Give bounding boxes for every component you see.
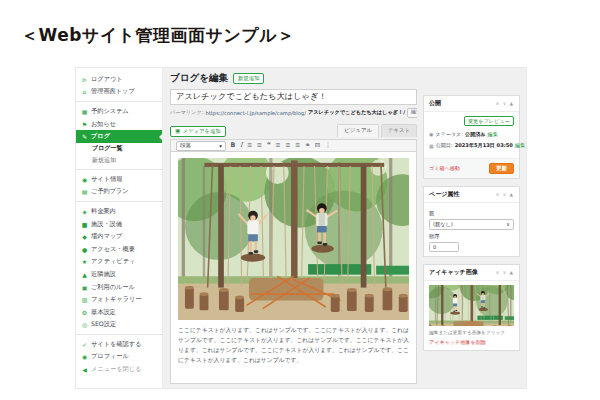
triangle-icon: ▲ [81, 271, 88, 278]
sidebar-item-view-site[interactable]: ✓ サイトを確認する [76, 338, 162, 351]
sidebar-item-blog[interactable]: ✎ ブログ [76, 130, 162, 143]
featured-image-hint: 編集または更新する画像をクリック [429, 329, 514, 335]
page-title: ＜Webサイト管理画面サンプル＞ [21, 24, 295, 47]
sidebar-divider [76, 101, 162, 102]
align-right-icon[interactable]: ≡ [295, 142, 300, 148]
sidebar-item-rules[interactable]: ▣ ご利用のルール [76, 281, 162, 294]
status-edit-link[interactable]: 編集 [488, 131, 498, 138]
sidebar-item-label: 場内マップ [91, 232, 122, 241]
permalink-label: パーマリンク: [170, 109, 203, 116]
tab-text[interactable]: テキスト [381, 124, 417, 137]
sidebar-item-facilities[interactable]: ■ 施設・設備 [76, 218, 162, 231]
target-icon: ◎ [81, 321, 88, 328]
move-to-trash-link[interactable]: ゴミ箱へ移動 [429, 165, 460, 172]
order-input[interactable] [429, 242, 459, 252]
sidebar-item-label: 管理画面トップ [91, 87, 135, 96]
sidebar-item-label: プロフィール [91, 352, 129, 361]
panel-collapse-icons[interactable]: ∧ ∨ ▲ [496, 192, 514, 197]
featured-image-panel: アイキャッチ画像 ∧ ∨ ▲ 編集または更新する画像をクリック アイキャッチ画像… [423, 264, 520, 351]
date-value: 2023年5月13日 03:50 [455, 142, 513, 149]
sidebar-item-news[interactable]: ⚑ お知らせ [76, 118, 162, 131]
sidebar-item-label: アクセス・概要 [91, 245, 135, 254]
editor-content-area[interactable]: ここにテキストが入ります。これはサンプルです。ここにテキストが入ります。これはサ… [170, 152, 417, 384]
sidebar-item-site-map[interactable]: ◆ 場内マップ [76, 230, 162, 243]
home-icon: ⌂ [81, 88, 88, 95]
sidebar-item-label: アクティビティ [91, 257, 135, 266]
list-icon: ▤ [81, 188, 88, 195]
sidebar-item-basic-settings[interactable]: ⚙ 基本設定 [76, 306, 162, 319]
remove-featured-image-link[interactable]: アイキャッチ画像を削除 [429, 339, 514, 346]
sidebar-subitem-add-new[interactable]: 新規追加 [76, 154, 162, 166]
align-left-icon[interactable]: ≡ [275, 142, 280, 148]
sidebar-item-access[interactable]: ● アクセス・概要 [76, 243, 162, 256]
panel-collapse-icons[interactable]: ∧ ∨ ▲ [496, 270, 514, 275]
admin-screen-mockup: ⊳ ログアウト ⌂ 管理画面トップ ▦ 予約システム ⚑ お知らせ ✎ ブログ … [75, 67, 527, 389]
sidebar-item-admin-top[interactable]: ⌂ 管理画面トップ [76, 86, 162, 99]
pin-icon: ● [81, 246, 88, 253]
chevron-down-icon: ▾ [219, 143, 222, 149]
editor-heading: ブログを編集 [170, 72, 228, 85]
user-icon: ◉ [81, 353, 88, 360]
sidebar-divider [76, 334, 162, 335]
sidebar-subitem-label: ブログ一覧 [92, 144, 122, 153]
date-edit-link[interactable]: 編集 [515, 142, 525, 149]
post-title-input[interactable] [170, 89, 417, 105]
bulleted-list-icon[interactable]: ≡ [247, 142, 252, 148]
add-new-button[interactable]: 新規追加 [233, 73, 265, 83]
sidebar-item-reservation-plan[interactable]: ▤ ご予約プラン [76, 186, 162, 199]
chevron-down-icon: ∨ [506, 221, 510, 227]
media-icon: ▣ [175, 129, 180, 134]
sidebar-item-profile[interactable]: ◉ プロフィール [76, 351, 162, 364]
sidebar-item-activity[interactable]: ★ アクティビティ [76, 256, 162, 269]
toolbar-toggle-icon[interactable]: ⋮ [325, 142, 331, 148]
sidebar-item-label: メニューを閉じる [91, 365, 141, 374]
tab-visual[interactable]: ビジュアル [337, 124, 379, 137]
admin-sidebar: ⊳ ログアウト ⌂ 管理画面トップ ▦ 予約システム ⚑ お知らせ ✎ ブログ … [76, 68, 163, 388]
align-center-icon[interactable]: ≡ [285, 142, 290, 148]
collapse-icon: ◀ [81, 366, 88, 373]
format-select[interactable]: 段落 ▾ [176, 141, 226, 151]
blockquote-icon[interactable]: “ [267, 142, 271, 148]
status-pin-icon: ◉ [429, 131, 433, 137]
post-body-text: ここにテキストが入ります。これはサンプルです。ここにテキストが入ります。これはサ… [178, 326, 409, 365]
building-icon: ■ [81, 221, 88, 228]
parent-select[interactable]: (親なし) ∨ [429, 219, 514, 230]
editor-toolbar: 段落 ▾ B I ≡ ≡ “ ≡ ≡ ≡ ⚭ ⊟ ⋮ [170, 139, 417, 153]
sidebar-item-reservation-system[interactable]: ▦ 予約システム [76, 105, 162, 118]
link-icon[interactable]: ⚭ [305, 142, 310, 148]
numbered-list-icon[interactable]: ≡ [257, 142, 262, 148]
update-button[interactable]: 更新 [489, 163, 514, 175]
sidebar-item-logout[interactable]: ⊳ ログアウト [76, 73, 162, 86]
permalink-edit-button[interactable]: 編集 [407, 108, 417, 118]
italic-icon[interactable]: I [240, 142, 243, 148]
date-calendar-icon: ▦ [429, 143, 434, 149]
sidebar-item-collapse-menu[interactable]: ◀ メニューを閉じる [76, 363, 162, 376]
editor-side-panels: 公開 ∧ ∨ ▲ 変更をプレビュー ◉ ステータス: 公開済み 編集 ▦ 公開日… [423, 95, 520, 388]
sidebar-item-site-info[interactable]: ◉ サイト情報 [76, 173, 162, 186]
gallery-icon: ▥ [81, 296, 88, 303]
sidebar-item-pricing[interactable]: ◈ 料金案内 [76, 205, 162, 218]
panel-collapse-icons[interactable]: ∧ ∨ ▲ [496, 101, 514, 106]
document-icon: ▣ [81, 284, 88, 291]
bold-icon[interactable]: B [231, 142, 236, 148]
sidebar-item-label: お知らせ [91, 120, 116, 129]
sidebar-item-nearby[interactable]: ▲ 近隣施設 [76, 268, 162, 281]
permalink-url[interactable]: https://connect-i.jp/sample/camp/blog/ [205, 110, 305, 116]
sidebar-subitem-blog-list[interactable]: ブログ一覧 [76, 143, 162, 155]
page-attributes-title: ページ属性 [429, 190, 459, 199]
sidebar-item-label: ログアウト [91, 75, 123, 84]
sidebar-item-seo-settings[interactable]: ◎ SEO設定 [76, 319, 162, 332]
add-media-button[interactable]: ▣ メディアを追加 [170, 126, 226, 136]
parent-label: 親 [429, 210, 514, 217]
sidebar-item-photo-gallery[interactable]: ▥ フォトギャラリー [76, 293, 162, 306]
preview-changes-button[interactable]: 変更をプレビュー [464, 116, 514, 126]
sidebar-subitem-label: 新規追加 [92, 156, 116, 165]
map-icon: ◆ [81, 233, 88, 240]
featured-image-thumbnail[interactable] [429, 285, 514, 326]
page-attributes-panel: ページ属性 ∧ ∨ ▲ 親 (親なし) ∨ 順序 [423, 186, 520, 257]
flag-icon: ⚑ [81, 121, 88, 128]
featured-image-title: アイキャッチ画像 [429, 268, 478, 277]
publish-panel: 公開 ∧ ∨ ▲ 変更をプレビュー ◉ ステータス: 公開済み 編集 ▦ 公開日… [423, 95, 520, 179]
sidebar-item-label: サイトを確認する [91, 340, 141, 349]
read-more-icon[interactable]: ⊟ [315, 142, 320, 148]
